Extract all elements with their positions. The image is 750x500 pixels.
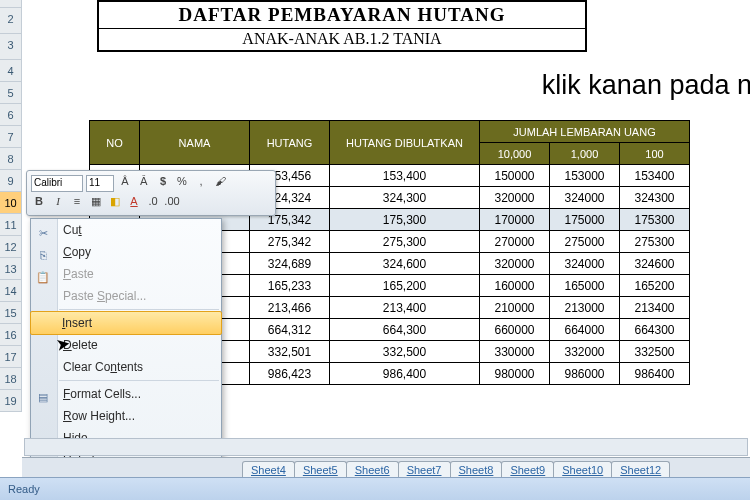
row-header-2[interactable]: 2 xyxy=(0,8,22,34)
sheet-tab[interactable]: Sheet10 xyxy=(553,461,612,478)
cell[interactable]: 275,342 xyxy=(250,231,330,253)
shrink-font-icon[interactable]: Ǎ xyxy=(136,175,152,191)
cell[interactable]: 153,400 xyxy=(330,165,480,187)
cell[interactable]: 330000 xyxy=(480,341,550,363)
ctx-insert[interactable]: Insert xyxy=(30,311,222,335)
sheet-tab[interactable]: Sheet5 xyxy=(294,461,347,478)
cell[interactable]: 324000 xyxy=(550,253,620,275)
cell[interactable]: 165,200 xyxy=(330,275,480,297)
cell[interactable]: 210000 xyxy=(480,297,550,319)
cell[interactable]: 986400 xyxy=(620,363,690,385)
cell[interactable]: 153000 xyxy=(550,165,620,187)
cell[interactable]: 320000 xyxy=(480,253,550,275)
horizontal-scrollbar[interactable] xyxy=(24,438,748,456)
cell[interactable]: 270000 xyxy=(480,231,550,253)
cell[interactable]: 664000 xyxy=(550,319,620,341)
col-header-100[interactable]: 100 xyxy=(620,143,690,165)
cell[interactable]: 175300 xyxy=(620,209,690,231)
row-header-8[interactable]: 8 xyxy=(0,148,22,170)
cell[interactable]: 332,500 xyxy=(330,341,480,363)
col-header-hutang[interactable]: HUTANG xyxy=(250,121,330,165)
cell[interactable]: 332,501 xyxy=(250,341,330,363)
row-header-12[interactable]: 12 xyxy=(0,236,22,258)
sheet-tab[interactable]: Sheet7 xyxy=(398,461,451,478)
cell[interactable]: 664300 xyxy=(620,319,690,341)
font-size-select[interactable]: 11 xyxy=(86,175,114,192)
cell[interactable]: 275300 xyxy=(620,231,690,253)
cell[interactable]: 165,233 xyxy=(250,275,330,297)
cell[interactable]: 160000 xyxy=(480,275,550,297)
cell[interactable]: 275000 xyxy=(550,231,620,253)
col-header-hutang-dibulatkan[interactable]: HUTANG DIBULATKAN xyxy=(330,121,480,165)
sheet-tab[interactable]: Sheet9 xyxy=(501,461,554,478)
cell[interactable]: 213,400 xyxy=(330,297,480,319)
row-header-14[interactable]: 14 xyxy=(0,280,22,302)
cell[interactable]: 324,689 xyxy=(250,253,330,275)
decrease-decimal-icon[interactable]: .0 xyxy=(145,195,161,211)
grow-font-icon[interactable]: Â xyxy=(117,175,133,191)
cell[interactable]: 153400 xyxy=(620,165,690,187)
comma-icon[interactable]: , xyxy=(193,175,209,191)
ctx-copy[interactable]: ⎘Copy xyxy=(31,241,221,263)
row-header-7[interactable]: 7 xyxy=(0,126,22,148)
row-header-17[interactable]: 17 xyxy=(0,346,22,368)
cell[interactable]: 324300 xyxy=(620,187,690,209)
cell[interactable]: 980000 xyxy=(480,363,550,385)
cell[interactable]: 165200 xyxy=(620,275,690,297)
cell[interactable]: 213000 xyxy=(550,297,620,319)
cell[interactable]: 213,466 xyxy=(250,297,330,319)
row-header-18[interactable]: 18 xyxy=(0,368,22,390)
ctx-delete[interactable]: Delete xyxy=(31,334,221,356)
col-header-10000[interactable]: 10,000 xyxy=(480,143,550,165)
fill-color-icon[interactable]: ◧ xyxy=(107,195,123,211)
border-icon[interactable]: ▦ xyxy=(88,195,104,211)
ctx-clear-contents[interactable]: Clear Contents xyxy=(31,356,221,378)
sheet-tab[interactable]: Sheet6 xyxy=(346,461,399,478)
font-name-select[interactable]: Calibri xyxy=(31,175,83,192)
col-header-no[interactable]: NO xyxy=(90,121,140,165)
cell[interactable]: 320000 xyxy=(480,187,550,209)
row-header-6[interactable]: 6 xyxy=(0,104,22,126)
sheet-tab[interactable]: Sheet8 xyxy=(450,461,503,478)
bold-icon[interactable]: B xyxy=(31,195,47,211)
row-header-4[interactable]: 4 xyxy=(0,60,22,82)
cell[interactable]: 660000 xyxy=(480,319,550,341)
cell[interactable]: 324600 xyxy=(620,253,690,275)
cell[interactable]: 213400 xyxy=(620,297,690,319)
percent-icon[interactable]: % xyxy=(174,175,190,191)
increase-decimal-icon[interactable]: .00 xyxy=(164,195,180,211)
row-header-15[interactable]: 15 xyxy=(0,302,22,324)
cell[interactable]: 275,300 xyxy=(330,231,480,253)
cell[interactable]: 175000 xyxy=(550,209,620,231)
col-header-nama[interactable]: NAMA xyxy=(140,121,250,165)
sheet-tab[interactable]: Sheet4 xyxy=(242,461,295,478)
format-painter-icon[interactable]: 🖌 xyxy=(212,175,228,191)
sheet-tab[interactable]: Sheet12 xyxy=(611,461,670,478)
row-header-3[interactable]: 3 xyxy=(0,34,22,60)
row-header-16[interactable]: 16 xyxy=(0,324,22,346)
cell[interactable]: 986000 xyxy=(550,363,620,385)
currency-icon[interactable]: $ xyxy=(155,175,171,191)
align-icon[interactable]: ≡ xyxy=(69,195,85,211)
row-header-19[interactable]: 19 xyxy=(0,390,22,412)
cell[interactable]: 986,400 xyxy=(330,363,480,385)
row-header-11[interactable]: 11 xyxy=(0,214,22,236)
cell[interactable]: 664,300 xyxy=(330,319,480,341)
col-header-1000[interactable]: 1,000 xyxy=(550,143,620,165)
col-header-group[interactable]: JUMLAH LEMBARAN UANG xyxy=(480,121,690,143)
cell[interactable]: 332000 xyxy=(550,341,620,363)
cell[interactable]: 664,312 xyxy=(250,319,330,341)
italic-icon[interactable]: I xyxy=(50,195,66,211)
cell[interactable]: 324,600 xyxy=(330,253,480,275)
row-header-5[interactable]: 5 xyxy=(0,82,22,104)
cell[interactable]: 324000 xyxy=(550,187,620,209)
row-header-10[interactable]: 10 xyxy=(0,192,22,214)
ctx-cut[interactable]: ✂Cut xyxy=(31,219,221,241)
ctx-format-cells[interactable]: ▤Format Cells... xyxy=(31,383,221,405)
row-header-13[interactable]: 13 xyxy=(0,258,22,280)
cell[interactable]: 332500 xyxy=(620,341,690,363)
row-header-9[interactable]: 9 xyxy=(0,170,22,192)
cell[interactable]: 150000 xyxy=(480,165,550,187)
cell[interactable]: 324,300 xyxy=(330,187,480,209)
cell[interactable]: 986,423 xyxy=(250,363,330,385)
